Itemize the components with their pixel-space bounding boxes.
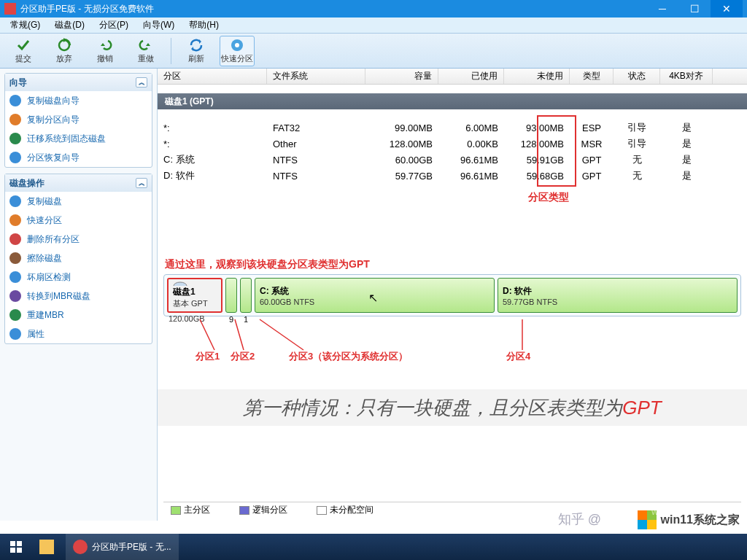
annot-p4: 分区4 [506,350,530,363]
partition-segment-4[interactable]: D: 软件 59.77GB NTFS [498,278,738,313]
redo-button[interactable]: 重做 [128,36,163,66]
disk-segment[interactable]: 磁盘1 基本 GPT 120.00GB [167,278,222,313]
wizard-panel-head[interactable]: 向导︽ [5,74,152,91]
legend-logical: 逻辑分区 [239,504,287,516]
sidebar-item-quick-partition[interactable]: 快速分区 [5,211,152,230]
app-icon [73,540,88,554]
legend-main: 主分区 [171,504,210,516]
discard-button[interactable]: 放弃 [47,36,82,66]
taskbar-app[interactable]: 分区助手PE版 - 无... [66,534,179,560]
taskbar-explorer[interactable] [32,534,66,560]
type-highlight-box [537,115,576,187]
svg-line-6 [260,319,303,350]
menu-disk[interactable]: 磁盘(D) [47,19,92,31]
svg-line-5 [235,319,244,350]
sidebar-item-properties[interactable]: 属性 [5,324,152,343]
svg-rect-11 [17,548,22,553]
menu-partition[interactable]: 分区(P) [92,19,136,31]
partition-table: 磁盘1 (GPT) *:FAT3299.00MB6.00MB93.00MBESP… [158,85,747,184]
rebuild-icon [9,309,21,321]
wipe-icon [9,252,21,264]
minimize-button[interactable]: ─ [646,0,678,18]
annot-observe: 通过这里，观察到该块硬盘分区表类型为GPT [165,258,370,271]
recovery-icon [9,152,21,163]
table-row[interactable]: D: 软件NTFS59.77GB96.61MB59.68GBGPT无是 [158,168,747,184]
start-button[interactable] [0,534,32,560]
disk-icon [9,195,21,207]
chevron-up-icon[interactable]: ︽ [136,178,147,188]
titlebar: 分区助手PE版 - 无损分区免费软件 ─ ☐ ✕ [0,0,747,18]
watermark-zhihu: 知乎 @ [558,510,601,528]
window-title: 分区助手PE版 - 无损分区免费软件 [20,3,154,15]
col-used[interactable]: 已使用 [438,69,504,84]
windows-icon [10,541,22,553]
sidebar-item-copy-disk[interactable]: 复制磁盘 [5,192,152,211]
toolbar: 提交 放弃 撤销 重做 刷新 快速分区 [0,34,747,69]
annot-type-label: 分区类型 [528,191,569,204]
wizard-panel: 向导︽ 复制磁盘向导 复制分区向导 迁移系统到固态磁盘 分区恢复向导 [4,73,152,168]
menu-general[interactable]: 常规(G) [3,19,47,31]
sidebar-item-migrate-os[interactable]: 迁移系统到固态磁盘 [5,129,152,148]
disk-map: 磁盘1 基本 GPT 120.00GB 9 1 C: 系统 60.00GB NT… [163,274,741,316]
content-area: 分区 文件系统 容量 已使用 未使用 类型 状态 4KB对齐 磁盘1 (GPT)… [158,69,747,521]
table-row[interactable]: *:Other128.00MB0.00KB128.00MBMSR引导是 [158,136,747,152]
folder-icon [39,540,54,554]
sidebar-item-convert-mbr[interactable]: 转换到MBR磁盘 [5,287,152,306]
col-partition[interactable]: 分区 [158,69,267,84]
svg-rect-8 [10,541,15,546]
col-free[interactable]: 未使用 [504,69,570,84]
commit-button[interactable]: 提交 [6,36,41,66]
disk-header-row[interactable]: 磁盘1 (GPT) [158,93,747,109]
column-headers: 分区 文件系统 容量 已使用 未使用 类型 状态 4KB对齐 [158,69,747,85]
sidebar: 向导︽ 复制磁盘向导 复制分区向导 迁移系统到固态磁盘 分区恢复向导 磁盘操作︽… [0,69,158,521]
properties-icon [9,328,21,340]
annot-p2: 分区2 [231,350,255,363]
diskops-panel: 磁盘操作︽ 复制磁盘 快速分区 删除所有分区 擦除磁盘 坏扇区检测 转换到MBR… [4,174,152,344]
menu-help[interactable]: 帮助(H) [182,19,226,31]
col-status[interactable]: 状态 [614,69,660,84]
close-button[interactable]: ✕ [711,0,743,18]
svg-line-4 [200,319,214,350]
col-4k[interactable]: 4KB对齐 [660,69,713,84]
col-type[interactable]: 类型 [570,69,614,84]
annot-p1: 分区1 [196,350,220,363]
sidebar-item-copy-partition-wizard[interactable]: 复制分区向导 [5,110,152,129]
sidebar-item-bad-sector[interactable]: 坏扇区检测 [5,268,152,287]
maximize-button[interactable]: ☐ [678,0,711,18]
refresh-button[interactable]: 刷新 [179,36,214,66]
svg-rect-9 [17,541,22,546]
svg-rect-10 [10,548,15,553]
quick-partition-button[interactable]: 快速分区 [220,36,255,66]
col-filesystem[interactable]: 文件系统 [267,69,365,84]
partition-copy-icon [9,114,21,125]
sidebar-item-copy-disk-wizard[interactable]: 复制磁盘向导 [5,91,152,110]
convert-icon [9,290,21,302]
sidebar-item-wipe-disk[interactable]: 擦除磁盘 [5,249,152,268]
undo-button[interactable]: 撤销 [88,36,123,66]
col-capacity[interactable]: 容量 [365,69,438,84]
partition-segment-3[interactable]: C: 系统 60.00GB NTFS [255,278,495,313]
delete-icon [9,233,21,245]
menubar: 常规(G) 磁盘(D) 分区(P) 向导(W) 帮助(H) [0,18,747,34]
sidebar-item-delete-all[interactable]: 删除所有分区 [5,230,152,249]
table-row[interactable]: *:FAT3299.00MB6.00MB93.00MBESP引导是 [158,120,747,136]
diskops-panel-head[interactable]: 磁盘操作︽ [5,174,152,192]
table-row[interactable]: C: 系统NTFS60.00GB96.61MB59.91GBGPT无是 [158,152,747,168]
quick-icon [9,214,21,226]
sidebar-item-partition-recovery[interactable]: 分区恢复向导 [5,148,152,167]
toolbar-divider [171,38,171,64]
legend-unalloc: 未分配空间 [317,504,374,516]
scan-icon [9,271,21,283]
watermark-domain: www.relsound.com [651,506,737,517]
migrate-icon [9,133,21,144]
svg-point-2 [235,43,239,47]
menu-wizard[interactable]: 向导(W) [136,19,182,31]
partition-segment-1[interactable]: 9 [225,278,237,313]
sidebar-item-rebuild-mbr[interactable]: 重建MBR [5,306,152,324]
partition-segment-2[interactable]: 1 [240,278,252,313]
taskbar: 分区助手PE版 - 无... [0,534,747,560]
caption-overlay: 第一种情况：只有一块硬盘，且分区表类型为GPT [158,389,747,426]
app-icon [4,3,16,15]
chevron-up-icon[interactable]: ︽ [136,77,147,88]
disk-copy-icon [9,95,21,106]
